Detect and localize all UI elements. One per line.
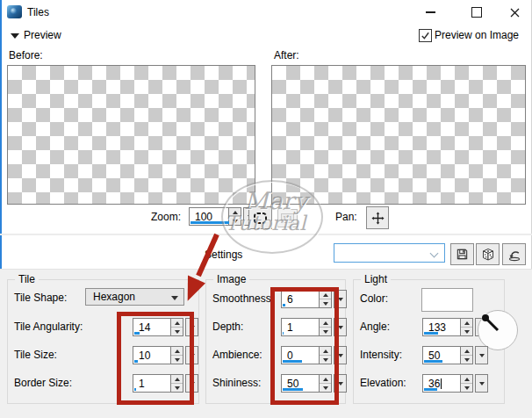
- up-arrow-icon: [464, 321, 470, 325]
- intensity-label: Intensity:: [360, 349, 402, 361]
- tile-shape-combobox[interactable]: Hexagon: [85, 288, 184, 306]
- light-group-title: Light: [361, 273, 391, 285]
- tiles-dialog: Tiles Preview Preview on Image Before: A…: [0, 0, 532, 418]
- spin-down-button[interactable]: [461, 384, 472, 392]
- reset-to-default-button[interactable]: [502, 243, 526, 265]
- randomize-dice-icon: [481, 248, 495, 262]
- tile-size-label: Tile Size:: [14, 349, 57, 361]
- after-label: After:: [274, 49, 299, 61]
- spin-down-button[interactable]: [461, 356, 472, 364]
- zoom-one-to-one-button: 1:1: [277, 209, 298, 227]
- window-title: Tiles: [27, 6, 49, 18]
- tile-shape-value: Hexagon: [93, 291, 135, 303]
- slider-fill: [424, 332, 438, 335]
- pan-move-icon: [371, 212, 385, 225]
- preview-on-image-checkbox[interactable]: [419, 29, 432, 42]
- text-caret: [441, 378, 442, 389]
- zoom-input[interactable]: 100: [189, 207, 228, 226]
- elevation-spinner[interactable]: 36: [422, 374, 488, 393]
- tile-angularity-label: Tile Angularity:: [14, 321, 83, 333]
- spin-up-button[interactable]: [461, 347, 472, 356]
- zoom-label: Zoom:: [151, 211, 181, 223]
- slider-fill: [424, 360, 442, 363]
- spin-up-button[interactable]: [461, 319, 472, 328]
- close-icon: [510, 8, 520, 18]
- minimize-button[interactable]: [420, 4, 441, 21]
- pan-button[interactable]: [366, 206, 389, 229]
- up-arrow-icon: [233, 211, 238, 214]
- depth-label: Depth:: [212, 321, 243, 333]
- maximize-icon: [471, 7, 482, 18]
- ambience-label: Ambience:: [212, 349, 262, 361]
- elevation-label: Elevation:: [360, 377, 406, 389]
- section-divider: [0, 234, 532, 235]
- shininess-label: Shininess:: [212, 377, 261, 389]
- one-to-one-icon: 1:1: [281, 213, 294, 223]
- light-direction-needle-icon: [478, 311, 517, 350]
- slider-fill: [424, 388, 437, 391]
- elevation-input[interactable]: 36: [422, 374, 460, 393]
- preview-collapse-icon[interactable]: [11, 33, 19, 39]
- spin-buttons[interactable]: [460, 346, 473, 364]
- slider-dropdown-button[interactable]: [475, 374, 488, 393]
- light-color-label: Color:: [360, 292, 388, 305]
- down-arrow-icon: [464, 358, 470, 362]
- combo-chevron-icon: [430, 249, 439, 257]
- angle-label: Angle:: [360, 321, 390, 333]
- after-preview-pane[interactable]: [271, 65, 526, 205]
- maximize-button[interactable]: [466, 4, 487, 21]
- settings-preset-combobox[interactable]: [334, 243, 445, 263]
- app-icon: [7, 5, 22, 18]
- up-arrow-icon: [464, 350, 470, 353]
- light-color-swatch[interactable]: [421, 288, 473, 312]
- settings-label: Settings: [205, 249, 242, 261]
- up-arrow-icon: [464, 378, 470, 381]
- close-button[interactable]: [504, 4, 525, 21]
- preview-header-label[interactable]: Preview: [24, 29, 61, 41]
- angle-input[interactable]: 133: [422, 318, 460, 336]
- spin-buttons[interactable]: [460, 374, 473, 393]
- spin-buttons[interactable]: [460, 318, 473, 336]
- preview-on-image-label: Preview on Image: [435, 29, 519, 41]
- dropdown-arrow-icon: [479, 382, 485, 386]
- down-arrow-icon: [233, 220, 238, 223]
- intensity-input[interactable]: 50: [422, 346, 460, 364]
- annotation-rect-image: [270, 287, 339, 405]
- spin-down-button[interactable]: [461, 328, 472, 335]
- zoom-slider-fill: [191, 221, 229, 224]
- intensity-spinner[interactable]: 50: [422, 346, 488, 364]
- image-group-title: Image: [213, 273, 249, 285]
- tile-group-title: Tile: [15, 273, 39, 285]
- zoom-fit-icon: [253, 212, 268, 225]
- down-arrow-icon: [464, 386, 470, 390]
- save-floppy-icon: [456, 248, 469, 261]
- smoothness-label: Smoothness:: [212, 292, 274, 305]
- zoom-spinner[interactable]: 100: [189, 207, 256, 226]
- tile-shape-label: Tile Shape:: [14, 292, 67, 304]
- annotation-rect-tile: [117, 312, 194, 405]
- border-size-label: Border Size:: [14, 377, 72, 389]
- zoom-fit-button[interactable]: [248, 206, 272, 229]
- zoom-spin-buttons[interactable]: [228, 207, 241, 226]
- checkmark-icon: [421, 31, 430, 40]
- reset-arrow-icon: [507, 248, 521, 262]
- down-arrow-icon: [464, 330, 470, 334]
- save-preset-button[interactable]: [450, 243, 474, 265]
- zoom-spin-down-button[interactable]: [229, 217, 241, 225]
- combo-arrow-icon: [171, 296, 178, 300]
- zoom-spin-up-button[interactable]: [229, 208, 241, 217]
- dropdown-arrow-icon: [479, 354, 485, 357]
- minimize-icon: [426, 11, 435, 13]
- light-angle-dial[interactable]: [478, 310, 518, 350]
- randomize-button[interactable]: [476, 243, 500, 265]
- pan-label: Pan:: [335, 211, 357, 223]
- slider-dropdown-button[interactable]: [475, 346, 488, 364]
- spin-up-button[interactable]: [461, 375, 472, 384]
- before-preview-pane[interactable]: [7, 65, 255, 205]
- before-label: Before:: [9, 49, 43, 61]
